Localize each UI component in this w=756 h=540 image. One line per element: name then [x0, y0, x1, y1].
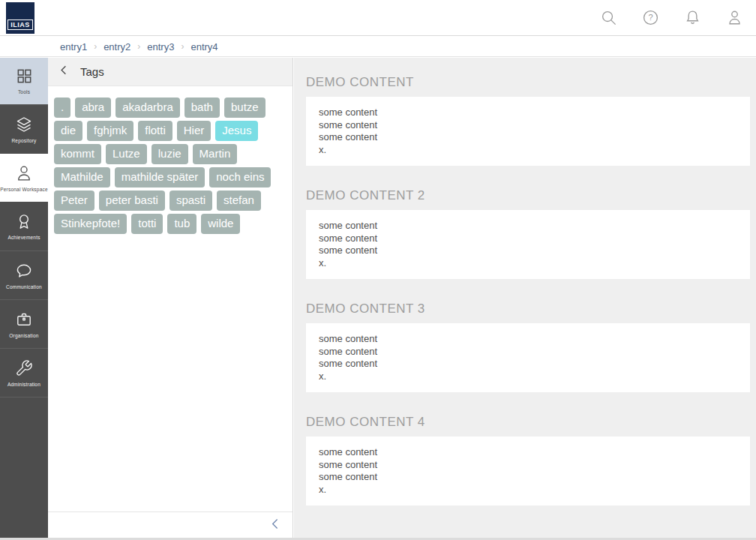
content-line: x. — [319, 484, 737, 496]
tag-chip[interactable]: Stinkepfote! — [54, 214, 127, 234]
help-icon[interactable]: ? — [642, 9, 659, 26]
tag-chip[interactable]: abra — [75, 98, 111, 118]
grid-icon — [16, 68, 33, 85]
sidebar-item-label: Communication — [6, 284, 42, 290]
section-title: DEMO CONTENT 4 — [306, 415, 750, 430]
content-section: DEMO CONTENT some content some content s… — [306, 75, 750, 166]
tag-chip[interactable]: Martin — [193, 144, 238, 164]
tag-chip[interactable]: mathilde später — [115, 167, 206, 188]
content-line: some content — [319, 131, 737, 144]
person-icon — [15, 164, 33, 182]
tag-cloud: . abra akadarbra bath butze die fghjmk f… — [48, 86, 292, 512]
breadcrumb-entry2[interactable]: entry2 — [104, 41, 130, 52]
sidebar-item-repository[interactable]: Repository — [0, 104, 48, 154]
sidebar-item-communication[interactable]: Communication — [0, 250, 48, 299]
top-bar: ILIAS ? — [0, 0, 756, 36]
layers-icon — [15, 116, 33, 134]
tag-chip[interactable]: stefan — [217, 190, 261, 211]
content-line: x. — [319, 144, 737, 157]
content-line: some content — [319, 106, 737, 119]
tags-panel-title: Tags — [80, 65, 104, 78]
content-line: some content — [319, 244, 737, 257]
content-card: some content some content some content x… — [306, 323, 750, 392]
content-section: DEMO CONTENT 3 some content some content… — [306, 302, 750, 392]
chevron-left-icon[interactable] — [269, 518, 282, 533]
breadcrumb-separator: › — [181, 41, 184, 52]
tag-chip[interactable]: wilde — [201, 214, 240, 234]
tag-chip[interactable]: luzie — [152, 144, 188, 164]
search-icon[interactable] — [600, 9, 617, 26]
tag-chip[interactable]: bath — [184, 98, 220, 118]
notifications-icon[interactable] — [684, 9, 701, 26]
section-title: DEMO CONTENT 3 — [306, 302, 750, 316]
sidebar-item-label: Organisation — [9, 333, 38, 338]
content-line: some content — [319, 119, 737, 132]
breadcrumb-separator: › — [94, 41, 97, 52]
content-line: some content — [319, 346, 737, 358]
content-line: some content — [319, 459, 737, 472]
content-line: some content — [319, 220, 737, 232]
sidebar-item-label: Achievements — [8, 235, 40, 240]
content-line: x. — [319, 370, 737, 383]
user-icon[interactable] — [726, 9, 743, 26]
award-icon — [15, 212, 33, 230]
content-line: x. — [319, 257, 737, 270]
chat-icon — [15, 262, 33, 280]
tag-chip[interactable]: flotti — [138, 121, 172, 141]
tag-chip[interactable]: die — [54, 121, 82, 141]
sidebar-item-tools[interactable]: Tools — [0, 58, 48, 104]
tag-chip[interactable]: Hier — [177, 121, 212, 141]
content-line: some content — [319, 446, 737, 459]
tags-panel-footer — [48, 512, 292, 538]
tag-chip[interactable]: akadarbra — [116, 98, 180, 118]
sidebar-item-achievements[interactable]: Achievements — [0, 202, 48, 250]
tags-panel-header: Tags — [48, 58, 292, 86]
sidebar-item-label: Repository — [11, 138, 36, 143]
sidebar-item-organisation[interactable]: Organisation — [0, 299, 48, 348]
tag-chip[interactable]: tub — [167, 214, 196, 234]
tag-chip[interactable]: Peter — [54, 190, 94, 211]
tag-chip[interactable]: peter basti — [99, 190, 165, 211]
ilias-logo[interactable]: ILIAS — [6, 2, 34, 34]
content-section: DEMO CONTENT 2 some content some content… — [306, 188, 750, 279]
breadcrumb-separator: › — [137, 41, 140, 52]
section-title: DEMO CONTENT 2 — [306, 188, 750, 203]
content-card: some content some content some content x… — [306, 97, 750, 166]
content-line: some content — [319, 333, 737, 346]
tag-chip[interactable]: noch eins — [209, 167, 271, 188]
tag-chip[interactable]: . — [54, 98, 70, 118]
content-line: some content — [319, 232, 737, 245]
main-content: DEMO CONTENT some content some content s… — [294, 58, 756, 538]
briefcase-icon — [15, 310, 33, 328]
topbar-icon-group: ? — [600, 9, 756, 26]
tag-chip[interactable]: totti — [131, 214, 163, 234]
sidebar-item-label: Administration — [8, 382, 40, 387]
breadcrumb-entry1[interactable]: entry1 — [60, 41, 87, 52]
tag-chip[interactable]: butze — [224, 98, 266, 118]
tag-chip[interactable]: Mathilde — [54, 167, 110, 188]
main-menu-sidebar: Tools Repository Personal Workspace — [0, 58, 48, 538]
breadcrumb: entry1 › entry2 › entry3 › entry4 — [0, 37, 756, 57]
ilias-logo-text: ILIAS — [8, 20, 33, 30]
content-line: some content — [319, 471, 737, 484]
section-title: DEMO CONTENT — [306, 75, 750, 90]
tags-slate-panel: Tags . abra akadarbra bath butze die fgh… — [48, 58, 293, 538]
breadcrumb-entry4[interactable]: entry4 — [190, 41, 218, 52]
sidebar-item-administration[interactable]: Administration — [0, 348, 48, 397]
tag-chip[interactable]: fghjmk — [87, 121, 134, 141]
tag-chip[interactable]: Lutze — [106, 144, 147, 164]
content-section: DEMO CONTENT 4 some content some content… — [306, 415, 750, 506]
tag-chip[interactable]: kommt — [54, 144, 101, 164]
tag-chip[interactable]: spasti — [170, 190, 212, 211]
sidebar-filler — [0, 397, 48, 538]
breadcrumb-entry3[interactable]: entry3 — [147, 41, 174, 52]
wrench-icon — [15, 359, 33, 377]
content-card: some content some content some content x… — [306, 436, 750, 506]
tag-chip-selected[interactable]: Jesus — [215, 121, 258, 141]
svg-text:?: ? — [648, 13, 652, 22]
chevron-left-icon[interactable] — [58, 64, 70, 79]
content-card: some content some content some content x… — [306, 210, 750, 279]
sidebar-item-label: Personal Workspace — [0, 187, 47, 192]
sidebar-item-label: Tools — [18, 89, 30, 94]
sidebar-item-personal-workspace[interactable]: Personal Workspace — [0, 154, 48, 202]
